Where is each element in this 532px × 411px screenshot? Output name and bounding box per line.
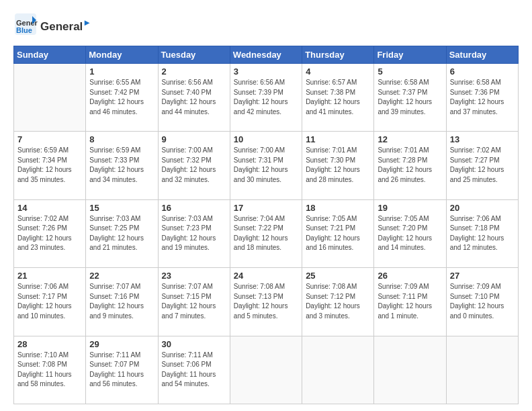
calendar-cell: 15Sunrise: 7:03 AM Sunset: 7:25 PM Dayli… xyxy=(86,199,158,267)
day-info: Sunrise: 7:07 AM Sunset: 7:15 PM Dayligh… xyxy=(162,282,226,321)
day-info: Sunrise: 7:11 AM Sunset: 7:06 PM Dayligh… xyxy=(162,351,226,390)
day-number: 11 xyxy=(306,134,370,144)
calendar-cell: 28Sunrise: 7:10 AM Sunset: 7:08 PM Dayli… xyxy=(14,336,86,404)
calendar-cell xyxy=(446,336,518,404)
day-number: 8 xyxy=(89,134,154,144)
calendar-cell: 21Sunrise: 7:06 AM Sunset: 7:17 PM Dayli… xyxy=(14,268,86,336)
logo-line1: General► xyxy=(40,18,91,33)
calendar-cell: 26Sunrise: 7:09 AM Sunset: 7:11 PM Dayli… xyxy=(374,268,446,336)
calendar-cell: 18Sunrise: 7:05 AM Sunset: 7:21 PM Dayli… xyxy=(302,199,374,267)
weekday-header: Sunday xyxy=(14,46,86,64)
calendar-cell: 5Sunrise: 6:58 AM Sunset: 7:37 PM Daylig… xyxy=(374,64,446,132)
day-info: Sunrise: 7:01 AM Sunset: 7:30 PM Dayligh… xyxy=(306,146,370,185)
day-number: 10 xyxy=(234,134,298,144)
day-info: Sunrise: 6:59 AM Sunset: 7:34 PM Dayligh… xyxy=(17,146,82,185)
day-number: 14 xyxy=(17,203,82,213)
calendar-cell: 9Sunrise: 7:00 AM Sunset: 7:32 PM Daylig… xyxy=(158,132,230,199)
calendar-week-row: 1Sunrise: 6:55 AM Sunset: 7:42 PM Daylig… xyxy=(14,64,519,132)
day-number: 2 xyxy=(162,66,226,77)
day-info: Sunrise: 7:09 AM Sunset: 7:10 PM Dayligh… xyxy=(450,282,515,321)
weekday-header: Tuesday xyxy=(158,46,230,64)
page: General Blue General► SundayMondayTuesda… xyxy=(0,0,532,411)
day-info: Sunrise: 7:00 AM Sunset: 7:32 PM Dayligh… xyxy=(162,146,226,185)
calendar-cell xyxy=(374,336,446,404)
day-number: 12 xyxy=(378,134,442,144)
calendar-cell: 22Sunrise: 7:07 AM Sunset: 7:16 PM Dayli… xyxy=(86,268,158,336)
calendar-week-row: 7Sunrise: 6:59 AM Sunset: 7:34 PM Daylig… xyxy=(14,132,519,199)
calendar-cell: 13Sunrise: 7:02 AM Sunset: 7:27 PM Dayli… xyxy=(446,132,518,199)
day-number: 19 xyxy=(378,203,442,213)
day-number: 9 xyxy=(162,134,226,144)
calendar-cell: 14Sunrise: 7:02 AM Sunset: 7:26 PM Dayli… xyxy=(14,199,86,267)
day-number: 18 xyxy=(306,203,370,213)
day-info: Sunrise: 7:09 AM Sunset: 7:11 PM Dayligh… xyxy=(378,282,442,321)
day-info: Sunrise: 6:58 AM Sunset: 7:36 PM Dayligh… xyxy=(450,78,515,117)
day-number: 3 xyxy=(234,66,298,77)
logo: General Blue General► xyxy=(13,12,91,39)
calendar-week-row: 14Sunrise: 7:02 AM Sunset: 7:26 PM Dayli… xyxy=(14,199,519,267)
calendar-cell: 27Sunrise: 7:09 AM Sunset: 7:10 PM Dayli… xyxy=(446,268,518,336)
day-info: Sunrise: 7:03 AM Sunset: 7:25 PM Dayligh… xyxy=(89,214,154,253)
day-number: 4 xyxy=(306,66,370,77)
calendar-week-row: 21Sunrise: 7:06 AM Sunset: 7:17 PM Dayli… xyxy=(14,268,519,336)
calendar-cell: 3Sunrise: 6:56 AM Sunset: 7:39 PM Daylig… xyxy=(230,64,302,132)
day-number: 26 xyxy=(378,271,442,281)
day-info: Sunrise: 7:05 AM Sunset: 7:21 PM Dayligh… xyxy=(306,214,370,253)
calendar-cell: 10Sunrise: 7:00 AM Sunset: 7:31 PM Dayli… xyxy=(230,132,302,199)
day-number: 28 xyxy=(17,339,82,349)
day-number: 24 xyxy=(234,271,298,281)
header: General Blue General► xyxy=(13,12,519,39)
calendar-cell: 16Sunrise: 7:03 AM Sunset: 7:23 PM Dayli… xyxy=(158,199,230,267)
day-number: 13 xyxy=(450,134,515,144)
day-info: Sunrise: 6:56 AM Sunset: 7:39 PM Dayligh… xyxy=(234,78,298,117)
calendar-cell: 11Sunrise: 7:01 AM Sunset: 7:30 PM Dayli… xyxy=(302,132,374,199)
weekday-header: Saturday xyxy=(446,46,518,64)
calendar-cell: 2Sunrise: 6:56 AM Sunset: 7:40 PM Daylig… xyxy=(158,64,230,132)
weekday-header: Friday xyxy=(374,46,446,64)
day-number: 27 xyxy=(450,271,515,281)
day-info: Sunrise: 6:57 AM Sunset: 7:38 PM Dayligh… xyxy=(306,78,370,117)
day-info: Sunrise: 7:04 AM Sunset: 7:22 PM Dayligh… xyxy=(234,214,298,253)
day-info: Sunrise: 7:00 AM Sunset: 7:31 PM Dayligh… xyxy=(234,146,298,185)
day-info: Sunrise: 6:55 AM Sunset: 7:42 PM Dayligh… xyxy=(89,78,154,117)
day-number: 7 xyxy=(17,134,82,144)
day-number: 30 xyxy=(162,339,226,349)
day-number: 1 xyxy=(89,66,154,77)
calendar-cell: 20Sunrise: 7:06 AM Sunset: 7:18 PM Dayli… xyxy=(446,199,518,267)
day-info: Sunrise: 6:56 AM Sunset: 7:40 PM Dayligh… xyxy=(162,78,226,117)
day-info: Sunrise: 7:05 AM Sunset: 7:20 PM Dayligh… xyxy=(378,214,442,253)
day-number: 23 xyxy=(162,271,226,281)
day-info: Sunrise: 6:58 AM Sunset: 7:37 PM Dayligh… xyxy=(378,78,442,117)
calendar-table: SundayMondayTuesdayWednesdayThursdayFrid… xyxy=(13,46,519,404)
calendar-cell xyxy=(230,336,302,404)
calendar-cell: 6Sunrise: 6:58 AM Sunset: 7:36 PM Daylig… xyxy=(446,64,518,132)
calendar-cell xyxy=(302,336,374,404)
day-info: Sunrise: 7:11 AM Sunset: 7:07 PM Dayligh… xyxy=(89,351,154,390)
day-info: Sunrise: 7:06 AM Sunset: 7:18 PM Dayligh… xyxy=(450,214,515,253)
day-number: 21 xyxy=(17,271,82,281)
calendar-week-row: 28Sunrise: 7:10 AM Sunset: 7:08 PM Dayli… xyxy=(14,336,519,404)
day-info: Sunrise: 7:03 AM Sunset: 7:23 PM Dayligh… xyxy=(162,214,226,253)
calendar-cell: 12Sunrise: 7:01 AM Sunset: 7:28 PM Dayli… xyxy=(374,132,446,199)
calendar-cell: 23Sunrise: 7:07 AM Sunset: 7:15 PM Dayli… xyxy=(158,268,230,336)
calendar-cell: 7Sunrise: 6:59 AM Sunset: 7:34 PM Daylig… xyxy=(14,132,86,199)
calendar-cell: 29Sunrise: 7:11 AM Sunset: 7:07 PM Dayli… xyxy=(86,336,158,404)
weekday-header: Monday xyxy=(86,46,158,64)
calendar-cell: 4Sunrise: 6:57 AM Sunset: 7:38 PM Daylig… xyxy=(302,64,374,132)
day-info: Sunrise: 7:08 AM Sunset: 7:12 PM Dayligh… xyxy=(306,282,370,321)
day-number: 15 xyxy=(89,203,154,213)
weekday-header: Wednesday xyxy=(230,46,302,64)
calendar-cell: 1Sunrise: 6:55 AM Sunset: 7:42 PM Daylig… xyxy=(86,64,158,132)
calendar-cell: 8Sunrise: 6:59 AM Sunset: 7:33 PM Daylig… xyxy=(86,132,158,199)
day-number: 29 xyxy=(89,339,154,349)
logo-icon: General Blue xyxy=(13,12,38,36)
day-info: Sunrise: 7:06 AM Sunset: 7:17 PM Dayligh… xyxy=(17,282,82,321)
day-number: 6 xyxy=(450,66,515,77)
day-number: 5 xyxy=(378,66,442,77)
day-info: Sunrise: 7:02 AM Sunset: 7:26 PM Dayligh… xyxy=(17,214,82,253)
calendar-cell: 25Sunrise: 7:08 AM Sunset: 7:12 PM Dayli… xyxy=(302,268,374,336)
day-number: 25 xyxy=(306,271,370,281)
day-info: Sunrise: 6:59 AM Sunset: 7:33 PM Dayligh… xyxy=(89,146,154,185)
calendar-cell: 19Sunrise: 7:05 AM Sunset: 7:20 PM Dayli… xyxy=(374,199,446,267)
day-info: Sunrise: 7:02 AM Sunset: 7:27 PM Dayligh… xyxy=(450,146,515,185)
